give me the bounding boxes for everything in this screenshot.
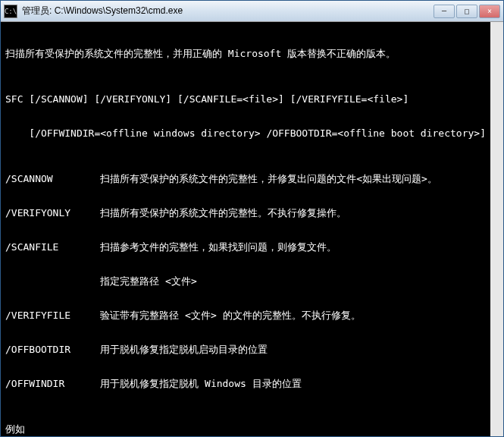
output-line: /VERIFYONLY 扫描所有受保护的系统文件的完整性。不执行修复操作。 [5, 207, 486, 218]
output-line: /OFFWINDIR 用于脱机修复指定脱机 Windows 目录的位置 [5, 378, 486, 389]
maximize-button[interactable]: □ [456, 5, 477, 18]
titlebar[interactable]: C:\ 管理员: C:\Windows\System32\cmd.exe ─ □… [1, 1, 503, 22]
output-line: 例如 [5, 423, 486, 435]
close-button[interactable]: × [479, 5, 500, 18]
output-line: [/OFFWINDIR=<offline windows directory> … [5, 127, 486, 139]
output-line: 扫描所有受保护的系统文件的完整性，并用正确的 Microsoft 版本替换不正确… [5, 48, 486, 59]
console-output[interactable]: 扫描所有受保护的系统文件的完整性，并用正确的 Microsoft 版本替换不正确… [1, 22, 503, 436]
cmd-icon: C:\ [4, 5, 17, 18]
output-line: /SCANFILE 扫描参考文件的完整性，如果找到问题，则修复文件。 [5, 241, 486, 253]
scroll-up-button[interactable]: ▲ [491, 45, 503, 58]
output-line: /VERIFYFILE 验证带有完整路径 <文件> 的文件的完整性。不执行修复。 [5, 310, 486, 321]
scroll-down-button[interactable]: ▼ [491, 423, 503, 436]
output-line: /SCANNOW 扫描所有受保护的系统文件的完整性，并修复出问题的文件<如果出现… [5, 173, 486, 184]
output-line: 指定完整路径 <文件> [5, 275, 486, 287]
scroll-thumb[interactable] [492, 35, 503, 369]
cmd-window: C:\ 管理员: C:\Windows\System32\cmd.exe ─ □… [0, 0, 504, 437]
minimize-button[interactable]: ─ [434, 5, 455, 18]
scrollbar[interactable]: ▲ ▼ [490, 22, 503, 436]
output-line: /OFFBOOTDIR 用于脱机修复指定脱机启动目录的位置 [5, 344, 486, 355]
window-controls: ─ □ × [434, 5, 500, 18]
output-line: SFC [/SCANNOW] [/VERIFYONLY] [/SCANFILE=… [5, 93, 486, 105]
window-title: 管理员: C:\Windows\System32\cmd.exe [22, 5, 434, 17]
